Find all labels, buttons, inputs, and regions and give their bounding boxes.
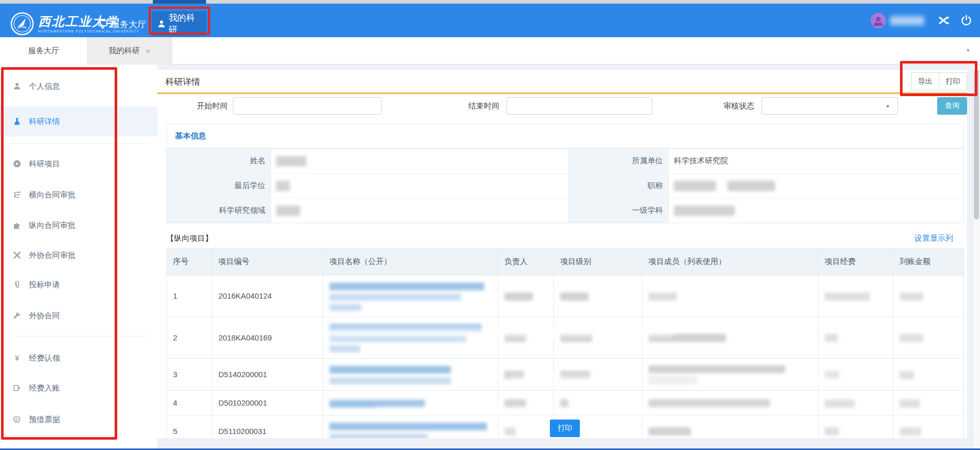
degree-value-redacted bbox=[271, 174, 569, 198]
cell-members-redacted bbox=[642, 275, 818, 317]
monitor-icon bbox=[98, 20, 107, 28]
table-row[interactable]: 3 D5140200001 bbox=[167, 359, 964, 391]
cell-project-name-redacted[interactable] bbox=[323, 391, 498, 415]
yen-icon: ¥ bbox=[12, 353, 22, 363]
sidebar-item-vertical-contract-approval[interactable]: 纵向合同审批 bbox=[0, 210, 157, 240]
switch-role-icon[interactable] bbox=[938, 14, 951, 27]
name-value-redacted bbox=[271, 149, 569, 173]
print-button-top[interactable]: 打印 bbox=[939, 72, 967, 90]
app-window: 西北工业大学 NORTHWESTERN POLYTECHNICAL UNIVER… bbox=[0, 0, 980, 450]
cell-project-name-redacted[interactable] bbox=[323, 317, 498, 359]
query-button[interactable]: 查询 bbox=[937, 97, 967, 115]
review-status-select[interactable]: ▼ bbox=[762, 97, 898, 115]
window-edge-strip bbox=[0, 0, 980, 4]
nav-service-hall[interactable]: 服务大厅 bbox=[92, 15, 152, 34]
sidebar-item-research-detail[interactable]: 科研详情 bbox=[0, 106, 157, 136]
sidebar-item-label: 经费认领 bbox=[29, 353, 60, 363]
col-members: 项目成员（列表使用） bbox=[642, 249, 818, 275]
sidebar-item-bid-application[interactable]: 投标申请 bbox=[0, 270, 157, 300]
projects-table: 序号 项目编号 项目名称（公开） 负责人 项目级别 项目成员（列表使用） 项目经… bbox=[166, 248, 964, 447]
cell-seq: 3 bbox=[167, 359, 212, 391]
sidebar-item-advance-invoice[interactable]: 预借票据 bbox=[0, 405, 157, 435]
cell-seq: 1 bbox=[167, 275, 212, 317]
nav-my-research-label: 我的科研 bbox=[169, 12, 200, 36]
table-header-row: 序号 项目编号 项目名称（公开） 负责人 项目级别 项目成员（列表使用） 项目经… bbox=[167, 249, 964, 275]
tab-overflow-caret-icon[interactable]: ▼ bbox=[966, 48, 971, 53]
user-icon bbox=[158, 20, 165, 28]
user-icon bbox=[12, 82, 22, 91]
vertical-scrollbar[interactable] bbox=[972, 65, 980, 448]
start-time-input[interactable] bbox=[233, 97, 382, 115]
export-button[interactable]: 导出 bbox=[911, 72, 939, 90]
topbar-user-area bbox=[871, 4, 973, 37]
sidebar-item-funds-posting[interactable]: 经费入账 bbox=[0, 373, 157, 403]
tab-bar: 服务大厅 我的科研 × ▼ bbox=[0, 37, 980, 65]
end-time-input[interactable] bbox=[507, 97, 652, 115]
set-columns-link[interactable]: 设置显示列 bbox=[914, 234, 953, 243]
tab-close-icon[interactable]: × bbox=[146, 46, 151, 55]
sidebar-item-funds-claim[interactable]: ¥ 经费认领 bbox=[0, 343, 157, 373]
discipline-value-redacted bbox=[669, 198, 963, 223]
title-underline bbox=[157, 92, 967, 94]
cell-level-redacted bbox=[554, 391, 642, 415]
vertical-projects-title: 【纵向项目】 bbox=[166, 234, 213, 243]
sidebar-item-label: 横向合同审批 bbox=[29, 190, 75, 200]
cell-members-redacted bbox=[642, 359, 818, 391]
page-title: 科研详情 bbox=[165, 76, 200, 88]
cell-leader-redacted bbox=[498, 359, 554, 391]
basic-info-title: 基本信息 bbox=[167, 125, 963, 148]
avatar[interactable] bbox=[871, 13, 886, 28]
table-row[interactable]: 2 2018KA040169 bbox=[167, 317, 964, 359]
cell-level-redacted bbox=[554, 317, 642, 359]
sidebar-item-label: 外协合同 bbox=[29, 311, 60, 321]
cell-members-redacted bbox=[642, 317, 818, 359]
username-redacted[interactable] bbox=[890, 16, 924, 25]
sidebar-item-research-projects[interactable]: 科研项目 bbox=[0, 149, 157, 179]
sidebar-item-outsourcing-contract[interactable]: 外协合同 bbox=[0, 301, 157, 331]
cell-funds-redacted bbox=[818, 391, 893, 415]
cell-funds-redacted bbox=[818, 317, 893, 359]
cell-project-name-redacted[interactable] bbox=[323, 275, 498, 317]
nav-my-research[interactable]: 我的科研 bbox=[152, 11, 207, 36]
sidebar-item-label: 经费入账 bbox=[29, 383, 60, 393]
cell-leader-redacted bbox=[498, 391, 554, 415]
unit-value: 科学技术研究院 bbox=[669, 149, 963, 173]
sidebar-item-outsourcing-contract-approval[interactable]: 外协合同审批 bbox=[0, 240, 157, 270]
chevron-down-icon: ▼ bbox=[886, 104, 890, 109]
table-row[interactable]: 4 D5010200001 bbox=[167, 391, 964, 415]
cell-received-redacted bbox=[893, 391, 964, 415]
col-funds: 项目经费 bbox=[818, 249, 893, 275]
end-time-label: 结束时间 bbox=[468, 101, 499, 111]
cell-received-redacted bbox=[893, 317, 964, 359]
col-level: 项目级别 bbox=[554, 249, 642, 275]
paperclip-icon bbox=[12, 280, 22, 289]
tab-service-hall-label: 服务大厅 bbox=[28, 46, 59, 56]
sidebar-divider bbox=[10, 143, 149, 144]
unit-label: 所属单位 bbox=[569, 149, 669, 173]
start-time-label: 开始时间 bbox=[197, 101, 228, 111]
tab-my-research[interactable]: 我的科研 × bbox=[88, 37, 172, 65]
research-field-label: 科学研究领域 bbox=[167, 198, 271, 223]
research-detail-panel: 科研详情 导出 打印 开始时间 结束时间 审核状态 ▼ 查询 基本信息 姓名 所… bbox=[157, 70, 967, 438]
basic-info-section: 基本信息 姓名 所属单位 科学技术研究院 最后学位 职称 科学研究领域 一级学科 bbox=[166, 124, 963, 223]
sidebar-item-label: 投标申请 bbox=[29, 280, 60, 290]
tab-service-hall[interactable]: 服务大厅 bbox=[0, 37, 88, 65]
scrollbar-thumb[interactable] bbox=[974, 70, 979, 220]
sidebar-item-label: 个人信息 bbox=[29, 82, 60, 91]
table-row[interactable]: 1 2016KA040124 bbox=[167, 275, 964, 317]
cell-seq: 2 bbox=[167, 317, 212, 359]
sidebar-item-invoice-extension[interactable]: 发票延期申请 bbox=[0, 438, 157, 448]
sidebar-item-horizontal-contract-approval[interactable]: 横向合同审批 bbox=[0, 180, 157, 210]
sidebar-item-personal-info[interactable]: 个人信息 bbox=[0, 71, 157, 101]
play-circle-icon bbox=[12, 159, 22, 168]
wrench-icon bbox=[12, 311, 22, 320]
puzzle-icon bbox=[12, 221, 22, 230]
funds-in-icon bbox=[12, 383, 22, 393]
print-button-bottom[interactable]: 打印 bbox=[550, 420, 580, 437]
cell-project-name-redacted[interactable] bbox=[323, 359, 498, 391]
cell-seq: 4 bbox=[167, 391, 212, 415]
power-logout-icon[interactable] bbox=[959, 14, 973, 27]
panel-toolbar: 导出 打印 bbox=[911, 72, 967, 90]
discipline-label: 一级学科 bbox=[569, 198, 669, 223]
basic-info-row: 姓名 所属单位 科学技术研究院 bbox=[167, 148, 963, 173]
